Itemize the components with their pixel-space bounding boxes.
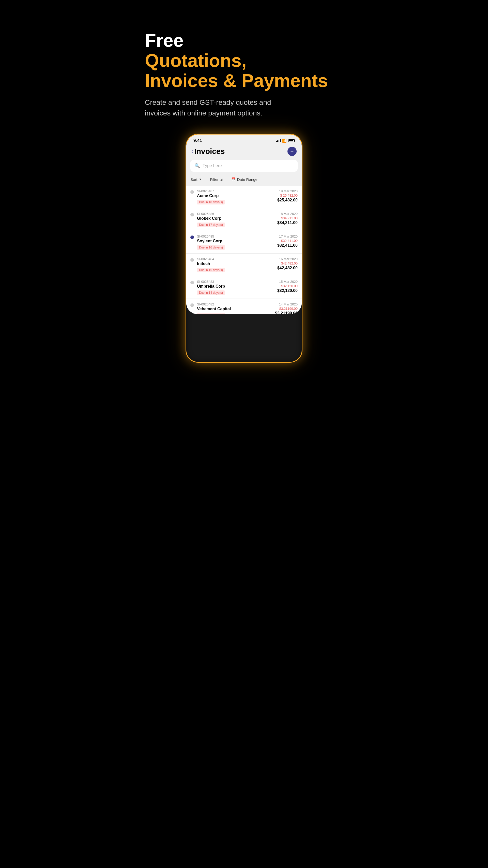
search-icon: 🔍 — [194, 163, 200, 168]
invoice-number: SI-0025485 — [197, 235, 277, 238]
due-badge: Due in 14 days(s) — [197, 290, 225, 295]
invoice-total-amount: $34,211.00 — [277, 220, 298, 225]
invoice-total-amount: $25,482.00 — [277, 198, 298, 203]
invoice-info: SI-0025483 Umbrella Corp Due in 14 days(… — [197, 280, 277, 295]
invoice-status-dot — [190, 236, 194, 239]
invoice-total-amount: $42,482.00 — [277, 266, 298, 270]
signal-bars-icon — [276, 139, 281, 142]
invoice-status-dot — [190, 258, 194, 262]
invoice-status-dot — [190, 281, 194, 284]
due-badge: Due in 13 days(s) — [197, 313, 225, 314]
invoice-total-amount: $3,21199.00 — [275, 311, 298, 314]
invoice-tax-amount: $42,482.00 — [277, 261, 298, 265]
invoice-amounts: 18 Mar 2020 $34,211.00 $34,211.00 — [277, 212, 298, 225]
invoice-date: 17 Mar 2020 — [277, 235, 298, 238]
status-time: 9:41 — [193, 138, 202, 143]
invoice-amounts: 14 Mar 2020 $3,21199.00 $3,21199.00 — [275, 302, 298, 314]
phone-mockup: 9:41 📶 ‹ In — [186, 134, 302, 363]
invoice-amounts: 15 Mar 2020 $32,120.00 $32,120.00 — [277, 280, 298, 293]
invoice-amounts: 16 Mar 2020 $42,482.00 $42,482.00 — [277, 257, 298, 270]
filter-funnel-icon: ⊿ — [220, 178, 223, 181]
headline-main: Quotations,Invoices & Payments — [145, 51, 343, 91]
invoice-total-amount: $32,120.00 — [277, 288, 298, 293]
headline-sub: Create and send GST-ready quotes and inv… — [145, 97, 292, 119]
invoice-item[interactable]: SI-0025486 Globex Corp Due in 17 days(s)… — [186, 208, 302, 231]
date-range-button[interactable]: 📅 Date Range — [227, 176, 262, 183]
due-badge: Due in 17 days(s) — [197, 222, 225, 227]
invoice-item[interactable]: SI-0025482 Vehement Capital Due in 13 da… — [186, 299, 302, 314]
invoice-date: 15 Mar 2020 — [277, 280, 298, 284]
filter-bar: Sort ▼ Filter ⊿ 📅 Date Range — [186, 175, 302, 186]
phone-screen: 9:41 📶 ‹ In — [186, 134, 302, 314]
search-placeholder: Type here — [202, 163, 222, 168]
due-badge: Due in 16 days(s) — [197, 245, 225, 250]
add-invoice-button[interactable]: + — [288, 147, 297, 156]
search-bar[interactable]: 🔍 Type here — [190, 160, 298, 172]
filter-button[interactable]: Filter ⊿ — [206, 176, 227, 183]
invoice-company: Acme Corp — [197, 193, 277, 198]
headline-section: Free Quotations,Invoices & Payments Crea… — [140, 31, 348, 134]
headline-free: Free — [145, 31, 343, 51]
calendar-icon: 📅 — [231, 177, 236, 181]
battery-icon — [289, 139, 295, 142]
invoice-number: SI-0025486 — [197, 212, 277, 216]
back-chevron-icon: ‹ — [191, 148, 193, 155]
invoice-date: 14 Mar 2020 — [275, 302, 298, 306]
back-button[interactable]: ‹ Invoices — [191, 147, 225, 156]
invoice-date: 18 Mar 2020 — [277, 212, 298, 216]
invoice-company: Vehement Capital — [197, 307, 275, 311]
invoice-list: SI-0025487 Acme Corp Due in 18 days(s) 1… — [186, 186, 302, 314]
invoice-company: Soylent Corp — [197, 239, 277, 243]
invoice-status-dot — [190, 213, 194, 216]
invoice-item[interactable]: SI-0025483 Umbrella Corp Due in 14 days(… — [186, 276, 302, 299]
invoice-total-amount: $32,411.00 — [277, 243, 298, 248]
invoice-tax-amount: $ 25,482.00 — [277, 193, 298, 197]
invoice-item[interactable]: SI-0025487 Acme Corp Due in 18 days(s) 1… — [186, 186, 302, 208]
invoice-number: SI-0025484 — [197, 257, 277, 261]
invoice-item[interactable]: SI-0025484 Initech Due in 15 days(s) 16 … — [186, 253, 302, 276]
due-badge: Due in 15 days(s) — [197, 268, 225, 272]
sort-button[interactable]: Sort ▼ — [190, 176, 206, 183]
invoice-item[interactable]: SI-0025485 Soylent Corp Due in 16 days(s… — [186, 231, 302, 253]
filter-label: Filter — [210, 177, 218, 182]
search-bar-container: 🔍 Type here — [186, 160, 302, 175]
invoice-company: Globex Corp — [197, 216, 277, 221]
sort-label: Sort — [190, 177, 197, 182]
status-bar: 9:41 📶 — [186, 134, 302, 145]
invoice-amounts: 19 Mar 2020 $ 25,482.00 $25,482.00 — [277, 189, 298, 203]
page-title: Invoices — [194, 147, 225, 156]
invoice-info: SI-0025484 Initech Due in 15 days(s) — [197, 257, 277, 272]
invoice-info: SI-0025487 Acme Corp Due in 18 days(s) — [197, 189, 277, 205]
invoice-info: SI-0025482 Vehement Capital Due in 13 da… — [197, 302, 275, 314]
invoice-tax-amount: $32,411.00 — [277, 239, 298, 243]
invoice-date: 16 Mar 2020 — [277, 257, 298, 261]
invoice-info: SI-0025486 Globex Corp Due in 17 days(s) — [197, 212, 277, 227]
invoice-number: SI-0025482 — [197, 302, 275, 306]
status-icons: 📶 — [276, 138, 295, 143]
invoice-date: 19 Mar 2020 — [277, 189, 298, 193]
date-range-label: Date Range — [237, 177, 257, 182]
invoice-number: SI-0025487 — [197, 189, 277, 193]
invoice-status-dot — [190, 190, 194, 194]
invoice-status-dot — [190, 303, 194, 307]
sort-chevron-icon: ▼ — [199, 178, 202, 181]
invoice-tax-amount: $3,21199.00 — [275, 307, 298, 311]
invoice-company: Initech — [197, 261, 277, 266]
due-badge: Due in 18 days(s) — [197, 200, 225, 205]
page-container: Free Quotations,Invoices & Payments Crea… — [140, 31, 348, 363]
wifi-icon: 📶 — [282, 138, 287, 143]
invoice-tax-amount: $32,120.00 — [277, 284, 298, 288]
app-header: ‹ Invoices + — [186, 145, 302, 160]
invoice-company: Umbrella Corp — [197, 284, 277, 289]
invoice-info: SI-0025485 Soylent Corp Due in 16 days(s… — [197, 235, 277, 250]
invoice-amounts: 17 Mar 2020 $32,411.00 $32,411.00 — [277, 235, 298, 248]
invoice-tax-amount: $34,211.00 — [277, 216, 298, 220]
invoice-number: SI-0025483 — [197, 280, 277, 284]
